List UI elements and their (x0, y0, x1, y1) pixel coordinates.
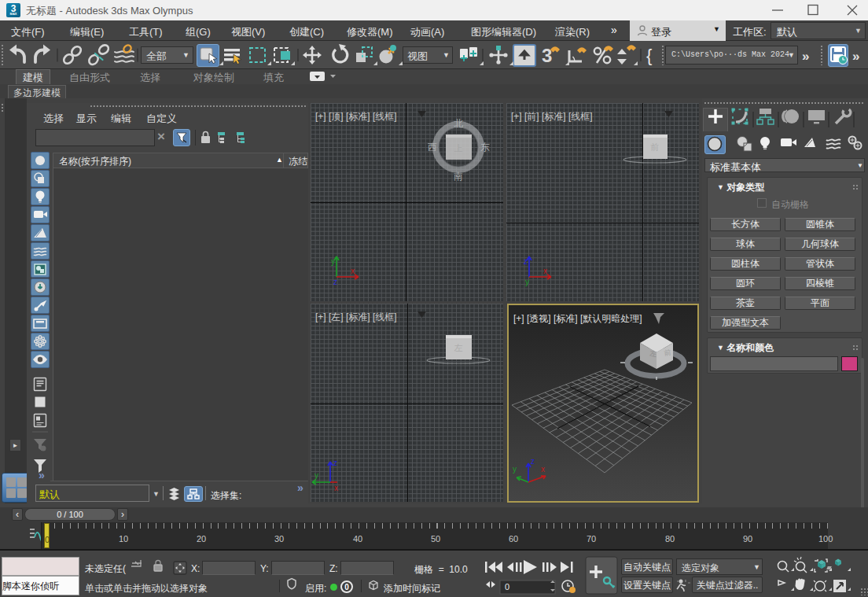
svg-text:上: 上 (454, 143, 463, 153)
svg-text:东: 东 (480, 142, 490, 153)
svg-text:x: x (351, 267, 355, 275)
svg-text:y: y (314, 471, 318, 480)
svg-text:y: y (525, 278, 529, 286)
svg-text:前: 前 (650, 142, 660, 152)
svg-text:左: 左 (454, 343, 463, 352)
svg-text:z: z (333, 459, 337, 467)
svg-text:x: x (543, 267, 547, 275)
svg-text:西: 西 (428, 142, 437, 153)
svg-text:z: z (333, 278, 337, 286)
svg-text:x: x (541, 465, 545, 474)
svg-text:z: z (524, 257, 528, 266)
svg-text:北: 北 (454, 118, 463, 129)
svg-text:z: z (531, 457, 535, 466)
svg-text:左: 左 (649, 349, 657, 358)
svg-text:x: x (334, 484, 338, 492)
svg-text:y: y (331, 257, 335, 266)
svg-text:0: 0 (505, 582, 509, 591)
svg-text:前: 前 (664, 348, 671, 357)
svg-text:南: 南 (454, 171, 463, 182)
svg-text:y: y (513, 465, 517, 474)
